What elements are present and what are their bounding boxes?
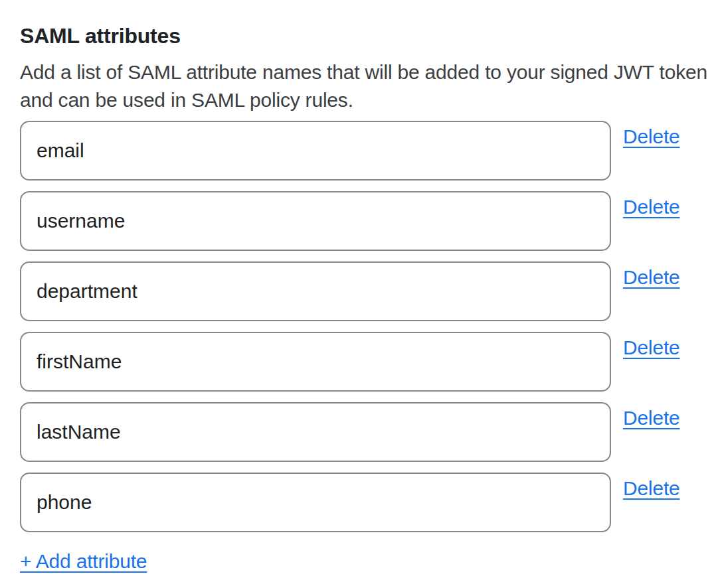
delete-attribute-link[interactable]: Delete (623, 406, 680, 430)
attribute-input-phone[interactable] (20, 473, 611, 532)
section-description-line-2: and can be used in SAML policy rules. (20, 86, 708, 114)
delete-attribute-link[interactable]: Delete (623, 125, 680, 149)
attribute-row: Delete (20, 261, 708, 321)
attribute-row: Delete (20, 191, 708, 251)
section-title: SAML attributes (20, 23, 708, 49)
attribute-input-username[interactable] (20, 191, 611, 251)
attribute-input-firstname[interactable] (20, 332, 611, 392)
delete-attribute-link[interactable]: Delete (623, 265, 680, 289)
attribute-input-lastname[interactable] (20, 402, 611, 462)
saml-attributes-section: SAML attributes Add a list of SAML attri… (0, 0, 708, 573)
section-description: Add a list of SAML attribute names that … (20, 58, 708, 114)
attribute-row: Delete (20, 332, 708, 392)
add-attribute-link[interactable]: + Add attribute (20, 550, 147, 573)
delete-attribute-link[interactable]: Delete (623, 336, 680, 360)
delete-attribute-link[interactable]: Delete (623, 477, 680, 500)
add-attribute-row: + Add attribute (20, 550, 708, 573)
attribute-input-department[interactable] (20, 261, 611, 321)
attribute-row: Delete (20, 121, 708, 181)
attribute-list: Delete Delete Delete Delete Delete Delet… (20, 121, 708, 532)
attribute-row: Delete (20, 473, 708, 532)
attribute-input-email[interactable] (20, 121, 611, 181)
section-description-line-1: Add a list of SAML attribute names that … (20, 58, 708, 86)
delete-attribute-link[interactable]: Delete (623, 195, 680, 219)
attribute-row: Delete (20, 402, 708, 462)
